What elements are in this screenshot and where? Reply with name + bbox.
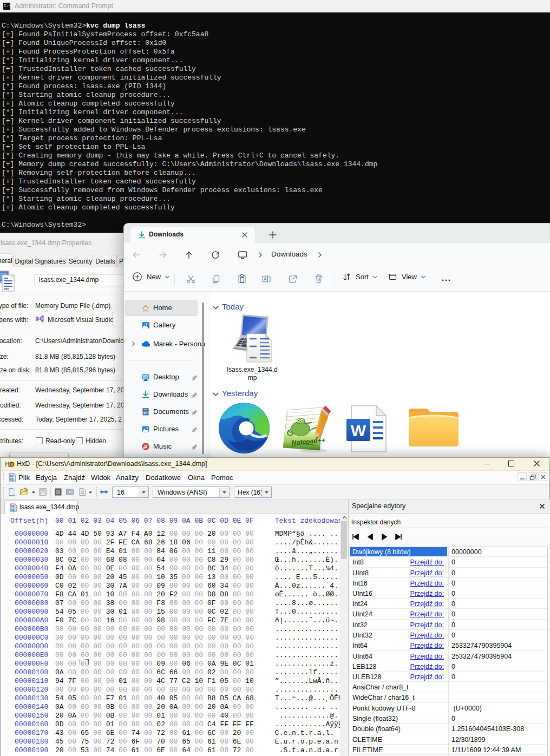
svg-text:W: W — [351, 422, 366, 439]
svg-text:D: D — [10, 461, 15, 468]
svg-text:AO: AO — [10, 478, 14, 482]
svg-text:AO: AO — [11, 508, 15, 512]
